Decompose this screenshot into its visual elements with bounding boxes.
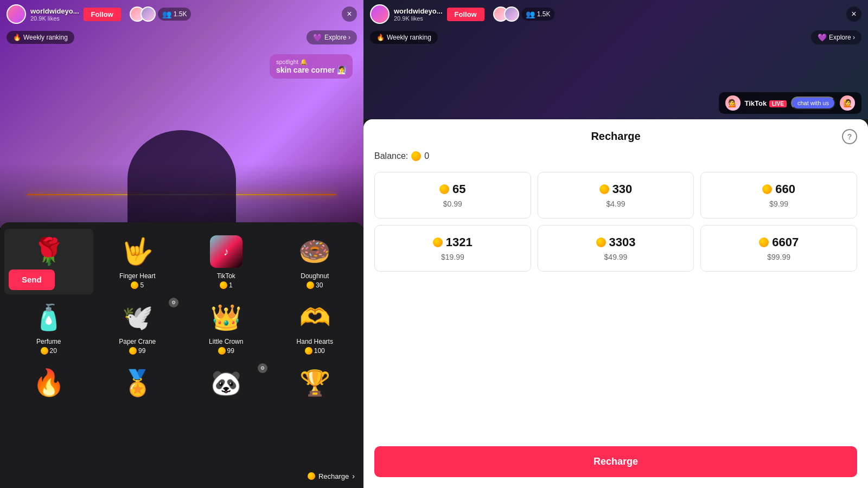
tiktok-gift-price: 1 xyxy=(220,281,233,289)
gift-item-paper-crane[interactable]: ⚙ 🕊️ Paper Crane 99 xyxy=(93,294,182,360)
live-badge: LIVE xyxy=(769,100,787,107)
viewer-avatars-left xyxy=(130,7,156,22)
doughnut-image: 🍩 xyxy=(297,234,332,269)
little-crown-price: 99 xyxy=(218,347,234,355)
recharge-action-button[interactable]: Recharge xyxy=(374,446,857,477)
gift-item-fire[interactable]: 🔥 xyxy=(4,360,93,409)
little-crown-name: Little Crown xyxy=(209,338,243,345)
perfume-image: 🧴 xyxy=(31,300,66,335)
close-button-right[interactable]: × xyxy=(846,7,861,22)
explore-badge-left[interactable]: 💜 Explore › xyxy=(307,30,357,44)
gift-item-perfume[interactable]: 🧴 Perfume 20 xyxy=(4,294,93,360)
tiktok-visual: ♪ xyxy=(210,235,242,268)
coin-amount-330: 330 xyxy=(612,182,633,196)
viewer-avatar-2 xyxy=(141,7,156,22)
hand-hearts-image: 🫶 xyxy=(297,300,332,335)
coin-amount-1321: 1321 xyxy=(446,235,473,249)
viewer-count-left: 👥 1.5K xyxy=(158,8,192,21)
viewer-count-right: 👥 1.5K xyxy=(521,8,555,21)
coin-amount-row-660: 660 xyxy=(762,182,795,196)
gift-item-little-crown[interactable]: 👑 Little Crown 99 xyxy=(182,294,271,360)
coin-option-3303[interactable]: 3303 $49.99 xyxy=(538,225,694,272)
spotlight-title: spotlight 🔔 xyxy=(276,59,346,66)
close-button-left[interactable]: × xyxy=(342,7,357,22)
finger-heart-image: 🤟 xyxy=(120,234,155,269)
coin-price-1321: $19.99 xyxy=(441,253,464,261)
coin-icon-little-crown xyxy=(218,347,226,355)
tiktok-chat-card: 💁 TikTok LIVE chat with us 🙋 xyxy=(719,92,861,114)
right-panel: worldwideyo... 20.9K likes Follow 👥 1.5K… xyxy=(363,0,868,488)
follow-button-left[interactable]: Follow xyxy=(84,8,121,21)
gift-item-doughnut[interactable]: 🍩 Doughnut 30 xyxy=(271,229,360,294)
coin-icon-finger-heart xyxy=(131,281,138,289)
left-header-bar: worldwideyo... 20.9K likes Follow 👥 1.5K… xyxy=(0,0,363,28)
chat-with-us-button[interactable]: chat with us xyxy=(791,97,835,110)
recharge-chevron-left: › xyxy=(352,472,355,480)
username-left: worldwideyo... xyxy=(30,7,79,15)
coin-icon-hand-hearts xyxy=(305,347,312,355)
left-panel: worldwideyo... 20.9K likes Follow 👥 1.5K… xyxy=(0,0,363,488)
settings-dot-panda: ⚙ xyxy=(258,363,267,373)
gift-panel: 🌹 1 Send 🤟 Finger Heart 5 xyxy=(0,222,363,488)
rose-image: 🌹 xyxy=(31,234,66,269)
follow-button-right[interactable]: Follow xyxy=(447,8,484,21)
coin-amount-row-6607: 6607 xyxy=(759,235,799,249)
recharge-bar-left[interactable]: Recharge › xyxy=(308,472,355,480)
coin-price-330: $4.99 xyxy=(606,200,625,208)
explore-badge-right[interactable]: 💜 Explore › xyxy=(811,30,861,44)
perfume-price: 20 xyxy=(41,347,57,355)
recharge-help-button[interactable]: ? xyxy=(842,129,857,144)
coin-icon-6607 xyxy=(759,237,769,247)
coin-amount-65: 65 xyxy=(452,182,465,196)
fire-image: 🔥 xyxy=(31,365,66,400)
fire-icon-left: 🔥 xyxy=(13,34,21,41)
coin-icon-tiktok xyxy=(220,281,227,289)
fire-icon-right: 🔥 xyxy=(376,34,385,41)
balance-label: Balance: xyxy=(374,151,408,161)
username-right: worldwideyo... xyxy=(394,7,443,15)
coin-amount-3303: 3303 xyxy=(609,235,636,249)
send-button[interactable]: Send xyxy=(9,269,55,290)
coin-option-330[interactable]: 330 $4.99 xyxy=(538,172,694,219)
coin-option-660[interactable]: 660 $9.99 xyxy=(700,172,857,219)
coin-option-6607[interactable]: 6607 $99.99 xyxy=(700,225,857,272)
coin-icon-660 xyxy=(762,184,772,194)
viewer-avatar-right-2 xyxy=(504,7,519,22)
weekly-ranking-badge-right[interactable]: 🔥 Weekly ranking xyxy=(370,31,438,44)
paper-crane-image: 🕊️ xyxy=(120,300,155,335)
coin-option-1321[interactable]: 1321 $19.99 xyxy=(374,225,531,272)
gift-item-chest[interactable]: 🏆 xyxy=(271,360,360,409)
gift-item-globe[interactable]: 🏅 xyxy=(93,360,182,409)
gift-item-finger-heart[interactable]: 🤟 Finger Heart 5 xyxy=(93,229,182,294)
gift-item-tiktok[interactable]: ♪ TikTok 1 xyxy=(182,229,271,294)
coin-options-grid: 65 $0.99 330 $4.99 660 $9.99 xyxy=(374,172,857,272)
coin-option-65[interactable]: 65 $0.99 xyxy=(374,172,531,219)
spotlight-card: spotlight 🔔 skin care corner 🧖‍♀️ xyxy=(270,54,353,79)
coin-icon-330 xyxy=(599,184,609,194)
finger-heart-name: Finger Heart xyxy=(119,272,156,280)
little-crown-image: 👑 xyxy=(209,300,244,335)
left-weekly-bar: 🔥 Weekly ranking 💜 Explore › xyxy=(7,30,357,44)
weekly-ranking-badge-left[interactable]: 🔥 Weekly ranking xyxy=(7,31,74,44)
chat-avatar: 💁 xyxy=(725,95,741,111)
spacer xyxy=(374,282,857,446)
led-strip xyxy=(27,194,336,195)
coin-icon-doughnut xyxy=(307,281,314,289)
likes-right: 20.9K likes xyxy=(394,15,443,22)
settings-dot-paper-crane: ⚙ xyxy=(169,298,178,307)
gift-item-hand-hearts[interactable]: 🫶 Hand Hearts 100 xyxy=(271,294,360,360)
coin-icon-recharge-left xyxy=(308,472,315,480)
gift-item-panda[interactable]: ⚙ 🐼 xyxy=(182,360,271,409)
streamer-silhouette xyxy=(127,130,236,228)
doughnut-name: Doughnut xyxy=(301,272,329,280)
balance-amount: 0 xyxy=(424,151,429,161)
gift-item-rose[interactable]: 🌹 1 Send xyxy=(4,229,93,294)
coin-icon-perfume xyxy=(41,347,48,355)
coin-icon-paper-crane xyxy=(129,347,137,355)
coin-amount-row-65: 65 xyxy=(439,182,465,196)
coin-icon-3303 xyxy=(596,237,606,247)
likes-left: 20.9K likes xyxy=(30,15,79,22)
coin-amount-row-330: 330 xyxy=(599,182,633,196)
hand-hearts-price: 100 xyxy=(305,347,325,355)
coin-amount-row-1321: 1321 xyxy=(433,235,473,249)
